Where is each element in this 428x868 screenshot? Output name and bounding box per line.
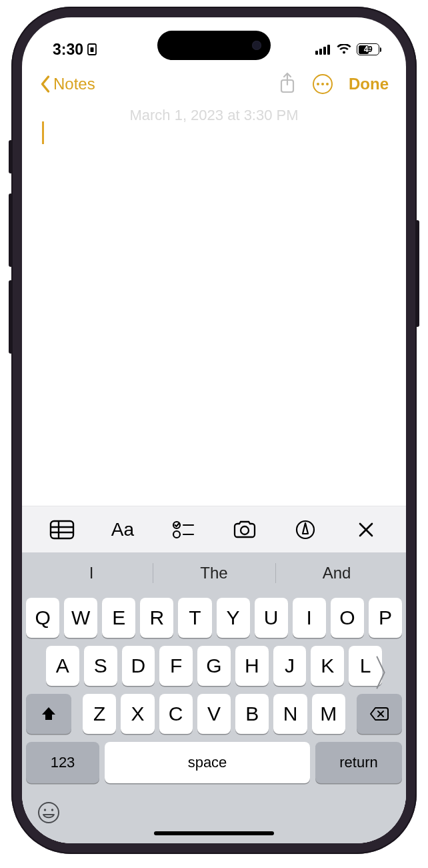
text-cursor <box>42 121 44 144</box>
shift-key[interactable] <box>26 694 71 734</box>
key-w[interactable]: W <box>64 598 97 638</box>
suggestion[interactable]: The <box>153 552 275 594</box>
key-l[interactable]: L <box>349 646 382 686</box>
ellipsis-dot <box>321 83 324 85</box>
timestamp-watermark: March 1, 2023 at 3:30 PM <box>22 107 406 124</box>
cellular-icon <box>315 44 331 55</box>
key-f[interactable]: F <box>159 646 193 686</box>
markup-button[interactable] <box>287 514 324 545</box>
svg-point-16 <box>241 526 249 534</box>
key-q[interactable]: Q <box>26 598 59 638</box>
emoji-icon <box>37 801 61 825</box>
key-z[interactable]: Z <box>83 694 116 734</box>
share-button[interactable] <box>278 71 297 97</box>
key-p[interactable]: P <box>369 598 402 638</box>
svg-rect-1 <box>91 47 94 52</box>
svg-point-23 <box>44 809 46 811</box>
keyboard-row-1: Q W E R T Y U I O P <box>26 598 402 638</box>
key-n[interactable]: N <box>273 694 307 734</box>
key-m[interactable]: M <box>312 694 345 734</box>
svg-point-14 <box>173 531 180 538</box>
svg-rect-5 <box>327 45 330 55</box>
status-time: 3:30 <box>53 41 83 59</box>
svg-rect-8 <box>51 521 73 538</box>
svg-point-24 <box>51 809 53 811</box>
chevron-left-icon <box>39 75 51 93</box>
key-i[interactable]: I <box>293 598 326 638</box>
key-j[interactable]: J <box>273 646 307 686</box>
keyboard-row-4: 123 space return <box>26 742 402 783</box>
key-a[interactable]: A <box>46 646 79 686</box>
battery-indicator: 49 <box>357 43 379 55</box>
backspace-key[interactable] <box>357 694 402 734</box>
key-t[interactable]: T <box>178 598 211 638</box>
markup-icon <box>295 519 316 540</box>
share-icon <box>278 71 297 94</box>
key-b[interactable]: B <box>235 694 269 734</box>
table-button[interactable] <box>43 514 81 545</box>
back-label: Notes <box>53 75 95 93</box>
camera-button[interactable] <box>226 514 263 545</box>
return-key[interactable]: return <box>315 742 402 783</box>
key-h[interactable]: H <box>235 646 269 686</box>
text-format-button[interactable]: Aa <box>104 514 141 545</box>
svg-rect-2 <box>315 51 318 55</box>
key-o[interactable]: O <box>331 598 364 638</box>
ellipsis-dot <box>317 83 319 85</box>
keyboard-row-3: Z X C V B N M <box>26 694 402 734</box>
keyboard-row-2: A S D F G H J K L <box>26 646 402 686</box>
wifi-icon <box>337 44 351 55</box>
key-x[interactable]: X <box>121 694 154 734</box>
camera-icon <box>232 520 257 540</box>
done-button[interactable]: Done <box>349 75 389 93</box>
svg-point-22 <box>39 803 59 823</box>
backspace-icon <box>369 707 389 721</box>
more-button[interactable] <box>313 74 333 94</box>
nav-bar: Notes Done <box>22 64 406 104</box>
key-g[interactable]: G <box>197 646 231 686</box>
keyboard-bottom-bar <box>22 797 406 843</box>
home-indicator[interactable] <box>154 831 274 835</box>
suggestion-bar: I The And <box>22 552 406 594</box>
battery-pct: 49 <box>364 45 372 54</box>
sim-icon <box>87 43 97 55</box>
emoji-key[interactable] <box>37 801 61 825</box>
checklist-button[interactable] <box>165 514 202 545</box>
key-c[interactable]: C <box>159 694 193 734</box>
dynamic-island <box>157 31 271 60</box>
format-toolbar: Aa <box>22 506 406 552</box>
shift-icon <box>40 705 57 723</box>
checklist-icon <box>172 520 195 540</box>
close-toolbar-button[interactable] <box>347 514 385 545</box>
suggestion[interactable]: I <box>30 552 153 594</box>
close-icon <box>357 521 375 538</box>
svg-rect-4 <box>323 47 326 55</box>
key-d[interactable]: D <box>122 646 155 686</box>
front-camera-icon <box>252 41 261 50</box>
key-r[interactable]: R <box>140 598 173 638</box>
note-editor[interactable]: March 1, 2023 at 3:30 PM <box>22 104 406 506</box>
table-icon <box>49 520 75 540</box>
svg-rect-3 <box>319 49 322 55</box>
key-s[interactable]: S <box>84 646 117 686</box>
key-e[interactable]: E <box>102 598 135 638</box>
suggestion[interactable]: And <box>275 552 398 594</box>
key-y[interactable]: Y <box>217 598 250 638</box>
back-button[interactable]: Notes <box>39 75 95 93</box>
keyboard: I The And Q W E R T Y U I O P A <box>22 552 406 843</box>
key-u[interactable]: U <box>255 598 288 638</box>
ellipsis-dot <box>326 83 329 85</box>
numeric-key[interactable]: 123 <box>26 742 99 783</box>
space-key[interactable]: space <box>105 742 310 783</box>
key-k[interactable]: K <box>311 646 344 686</box>
key-v[interactable]: V <box>197 694 231 734</box>
